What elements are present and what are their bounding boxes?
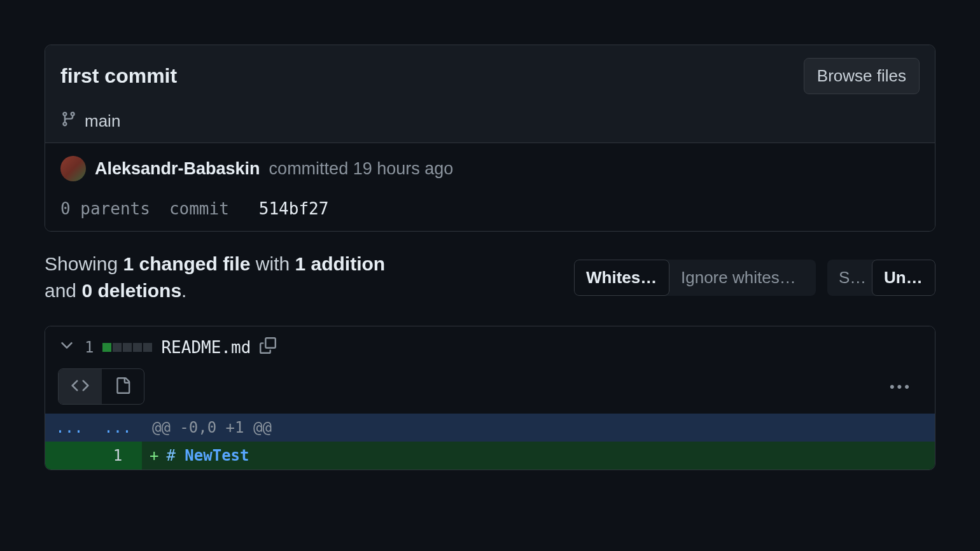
hunk-header-text: @@ -0,0 +1 @@ — [142, 414, 935, 442]
diffstat-block-neutral — [113, 343, 122, 352]
file-change-count: 1 — [85, 338, 94, 356]
summary-mid2: and — [45, 280, 81, 301]
diffstat-block-add — [102, 343, 111, 352]
summary-changed-files[interactable]: 1 changed file — [123, 253, 250, 274]
author-name[interactable]: Aleksandr-Babaskin — [95, 159, 260, 179]
commit-panel: first commit Browse files main Aleksandr… — [45, 45, 935, 232]
commit-header: first commit Browse files main — [45, 45, 935, 143]
branch-name[interactable]: main — [85, 111, 120, 131]
diff-controls: Whitesp… Ignore whitespa… Sp… Unifi… — [574, 260, 935, 296]
diff-addition-row: 1 +# NewTest — [45, 442, 935, 470]
chevron-down-icon[interactable] — [58, 337, 76, 358]
hunk-expand-left[interactable]: ... — [45, 414, 94, 442]
whitespace-toggle-group: Whitesp… Ignore whitespa… — [574, 260, 816, 296]
unified-view-button[interactable]: Unifi… — [872, 260, 935, 296]
commit-sha-wrapper: commit 514bf27 — [169, 199, 328, 218]
browse-files-button[interactable]: Browse files — [804, 58, 920, 94]
diff-table: ... ... @@ -0,0 +1 @@ 1 +# NewTest — [45, 414, 935, 470]
diffstat — [102, 343, 152, 352]
commit-time: committed 19 hours ago — [269, 159, 454, 179]
hunk-header-row: ... ... @@ -0,0 +1 @@ — [45, 414, 935, 442]
rendered-view-button[interactable] — [102, 369, 144, 404]
kebab-menu-icon[interactable]: ••• — [879, 373, 922, 400]
split-view-button[interactable]: Sp… — [827, 260, 872, 296]
summary-row: Showing 1 changed file with 1 addition a… — [45, 251, 935, 304]
markdown-heading: NewTest — [185, 447, 249, 464]
avatar[interactable] — [60, 156, 86, 181]
commit-sha: 514bf27 — [259, 199, 329, 218]
summary-deletions: 0 deletions — [81, 280, 181, 301]
summary-prefix: Showing — [45, 253, 123, 274]
summary-suffix: . — [181, 280, 186, 301]
commit-label: commit — [169, 199, 229, 218]
author-row: Aleksandr-Babaskin committed 19 hours ag… — [60, 156, 920, 181]
diffstat-block-neutral — [123, 343, 132, 352]
old-line-number — [45, 442, 94, 470]
copy-icon[interactable] — [260, 337, 276, 358]
code-view-toggle — [58, 368, 144, 405]
file-icon — [115, 377, 131, 396]
hunk-expand-right[interactable]: ... — [94, 414, 142, 442]
whitespace-show-button[interactable]: Whitesp… — [574, 260, 669, 296]
summary-additions: 1 addition — [295, 253, 386, 274]
parents-count: 0 parents — [60, 199, 150, 218]
add-marker: + — [142, 447, 166, 464]
summary-mid1: with — [250, 253, 295, 274]
file-info: 1 README.md — [58, 337, 922, 358]
file-name[interactable]: README.md — [161, 338, 251, 357]
branch-row: main — [60, 111, 920, 131]
commit-title-row: first commit Browse files — [60, 58, 920, 94]
code-cell: +# NewTest — [142, 442, 935, 470]
diffstat-block-neutral — [133, 343, 142, 352]
new-line-number: 1 — [94, 442, 142, 470]
branch-icon — [60, 111, 77, 131]
commit-meta: Aleksandr-Babaskin committed 19 hours ag… — [45, 143, 935, 231]
file-panel: 1 README.md — [45, 326, 935, 470]
view-toggle-group: Sp… Unifi… — [827, 260, 935, 296]
source-view-button[interactable] — [59, 369, 102, 404]
diff-summary: Showing 1 changed file with 1 addition a… — [45, 251, 407, 304]
file-header: 1 README.md — [45, 326, 935, 414]
whitespace-ignore-button[interactable]: Ignore whitespa… — [669, 260, 816, 296]
code-icon — [71, 377, 89, 396]
diffstat-block-neutral — [143, 343, 152, 352]
parents-row: 0 parents commit 514bf27 — [60, 199, 920, 218]
commit-title: first commit — [60, 64, 177, 88]
markdown-hash: # — [166, 447, 175, 464]
file-toolbar: ••• — [58, 368, 922, 414]
